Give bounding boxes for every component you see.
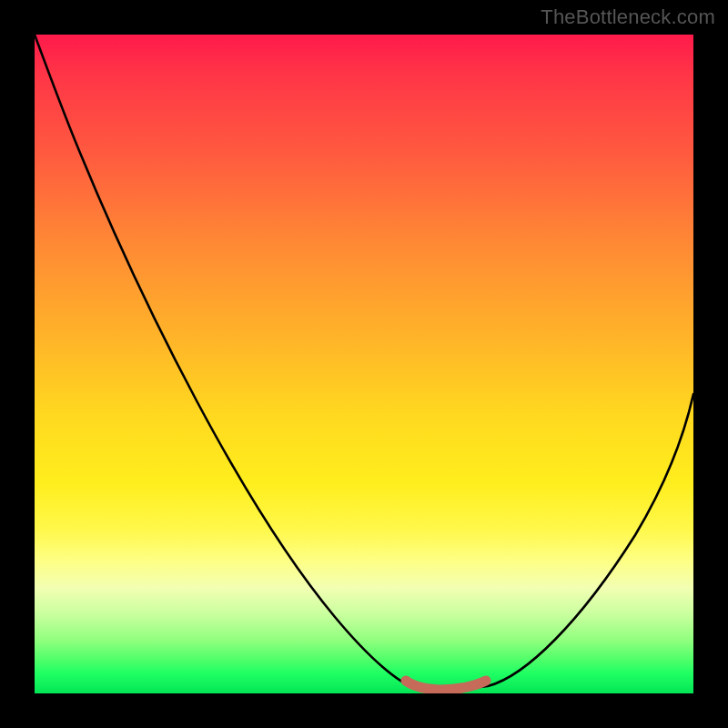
plot-area [35, 35, 693, 693]
bottleneck-curve-line [35, 35, 693, 689]
optimal-band-marker-line [406, 681, 486, 690]
chart-frame: TheBottleneck.com [0, 0, 728, 728]
watermark-text: TheBottleneck.com [541, 5, 715, 29]
curve-svg [35, 35, 693, 693]
